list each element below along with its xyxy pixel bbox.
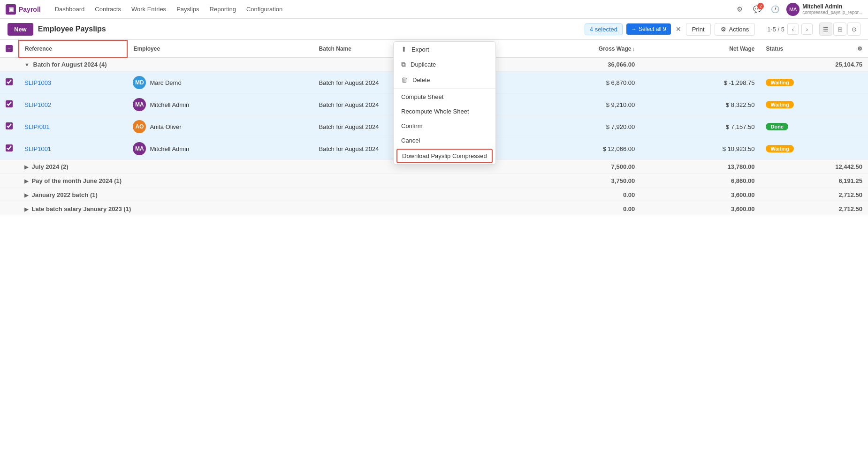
select-all-label: Select all 9 bbox=[639, 26, 666, 32]
expand-icon-july[interactable]: ▶ bbox=[24, 164, 28, 170]
expand-icon-jan2022[interactable]: ▶ bbox=[24, 192, 28, 198]
net-wage-cell-slip1002: $ 8,322.50 bbox=[640, 94, 760, 116]
group-june-2024[interactable]: ▶ Pay of the month June 2024 (1) 3,750.0… bbox=[0, 174, 868, 188]
kanban-view-button[interactable]: ⊞ bbox=[833, 23, 846, 36]
reference-cell-slip1002[interactable]: SLIP1002 bbox=[19, 94, 127, 116]
employee-cell-slip001: AO Anita Oliver bbox=[127, 116, 313, 138]
collapse-icon[interactable]: ▼ bbox=[24, 62, 30, 68]
duplicate-menu-item[interactable]: ⧉ Duplicate bbox=[394, 57, 495, 72]
recompute-whole-sheet-menu-item[interactable]: Recompute Whole Sheet bbox=[394, 104, 495, 119]
reference-link-slip1001[interactable]: SLIP1001 bbox=[24, 145, 51, 152]
nav-dashboard[interactable]: Dashboard bbox=[50, 4, 90, 15]
download-payslip-compressed-menu-item[interactable]: Download Payslip Compressed bbox=[396, 149, 493, 163]
reference-cell-slip1001[interactable]: SLIP1001 bbox=[19, 138, 127, 160]
employee-column-header[interactable]: Employee bbox=[127, 40, 313, 57]
group-label-jan-2023[interactable]: ▶ Late batch salary January 2023 (1) bbox=[19, 202, 510, 216]
selected-count: 4 selected bbox=[590, 26, 617, 33]
employee-avatar-slip1002: MA bbox=[133, 98, 146, 111]
nav-reporting[interactable]: Reporting bbox=[205, 4, 241, 15]
toolbar: New Employee Payslips 4 selected → Selec… bbox=[0, 19, 868, 40]
group-subtotal-basic: 36,066.00 bbox=[510, 57, 640, 72]
print-button[interactable]: Print bbox=[686, 23, 711, 36]
app-name: Payroll bbox=[19, 6, 41, 13]
clock-icon[interactable]: 🕐 bbox=[769, 3, 782, 16]
net-wage-cell-slip1001: $ 10,923.50 bbox=[640, 138, 760, 160]
app-logo[interactable]: ▣ Payroll bbox=[6, 4, 41, 15]
row-checkbox-slip1003[interactable] bbox=[6, 78, 13, 85]
messages-badge: 2 bbox=[757, 3, 764, 9]
reference-link-slip1003[interactable]: SLIP1003 bbox=[24, 79, 51, 86]
delete-menu-item[interactable]: 🗑 Delete bbox=[394, 72, 495, 87]
clear-selection-button[interactable]: ✕ bbox=[675, 25, 682, 33]
notifications-icon[interactable]: ⚙ bbox=[733, 3, 746, 16]
select-all-checkbox-header[interactable] bbox=[0, 40, 19, 57]
nav-contracts[interactable]: Contracts bbox=[90, 4, 126, 15]
view-buttons: ☰ ⊞ ⊙ bbox=[819, 23, 860, 36]
selection-badge: 4 selected bbox=[585, 23, 623, 35]
actions-dropdown: ⬆ Export ⧉ Duplicate 🗑 Delete Compute Sh… bbox=[393, 41, 496, 165]
group-basic-jan2023: 0.00 bbox=[510, 202, 640, 216]
gear-icon: ⚙ bbox=[721, 26, 726, 33]
reference-link-slip001[interactable]: SLIP/001 bbox=[24, 123, 50, 130]
header-checkbox-indeterminate[interactable] bbox=[6, 45, 13, 52]
compute-sheet-label: Compute Sheet bbox=[401, 93, 443, 100]
export-label: Export bbox=[411, 46, 429, 53]
row-checkbox-cell-slip1002[interactable] bbox=[0, 94, 19, 116]
status-settings-icon[interactable]: ⚙ bbox=[857, 45, 862, 52]
row-checkbox-slip001[interactable] bbox=[6, 122, 13, 129]
cancel-menu-item[interactable]: Cancel bbox=[394, 133, 495, 148]
list-view-button[interactable]: ☰ bbox=[819, 23, 832, 36]
reference-link-slip1002[interactable]: SLIP1002 bbox=[24, 101, 51, 108]
group-subtotal-gross bbox=[640, 57, 760, 72]
group-net-jan2023: 2,712.50 bbox=[760, 202, 868, 216]
reference-cell-slip001[interactable]: SLIP/001 bbox=[19, 116, 127, 138]
expand-icon-jan2023[interactable]: ▶ bbox=[24, 206, 28, 212]
user-menu[interactable]: MA Mitchell Admin compressed_payslip_rep… bbox=[786, 3, 862, 16]
expand-icon-june[interactable]: ▶ bbox=[24, 178, 28, 184]
net-wage-column-header[interactable]: Net Wage bbox=[640, 40, 760, 57]
select-all-button[interactable]: → Select all 9 bbox=[626, 23, 671, 35]
group-gross-jan2022: 3,600.00 bbox=[640, 188, 760, 202]
employee-cell-slip1002: MA Mitchell Admin bbox=[127, 94, 313, 116]
row-checkbox-cell-slip1003[interactable] bbox=[0, 72, 19, 94]
nav-configuration[interactable]: Configuration bbox=[242, 4, 287, 15]
compute-sheet-menu-item[interactable]: Compute Sheet bbox=[394, 90, 495, 104]
download-payslip-compressed-label: Download Payslip Compressed bbox=[402, 152, 487, 159]
settings-view-button[interactable]: ⊙ bbox=[847, 23, 860, 36]
confirm-menu-item[interactable]: Confirm bbox=[394, 119, 495, 133]
messages-icon[interactable]: 💬 2 bbox=[751, 3, 764, 16]
new-button[interactable]: New bbox=[8, 23, 33, 36]
group-jan-2023[interactable]: ▶ Late batch salary January 2023 (1) 0.0… bbox=[0, 202, 868, 216]
nav-work-entries[interactable]: Work Entries bbox=[127, 4, 171, 15]
status-cell-slip1002: Waiting bbox=[760, 94, 868, 116]
recompute-whole-sheet-label: Recompute Whole Sheet bbox=[401, 108, 469, 115]
row-checkbox-cell-slip1001[interactable] bbox=[0, 138, 19, 160]
group-gross-jan2023: 3,600.00 bbox=[640, 202, 760, 216]
group-checkbox-cell-jan2022 bbox=[0, 188, 19, 202]
reference-column-header[interactable]: Reference bbox=[19, 40, 127, 57]
arrow-right-icon: → bbox=[631, 26, 637, 32]
export-menu-item[interactable]: ⬆ Export bbox=[394, 42, 495, 57]
pagination: 1-5 / 5 ‹ › ☰ ⊞ ⊙ bbox=[767, 23, 860, 36]
group-label-jan-2022[interactable]: ▶ January 2022 batch (1) bbox=[19, 188, 510, 202]
group-net-july: 12,442.50 bbox=[760, 160, 868, 174]
employee-info-slip1003: MD Marc Demo bbox=[133, 76, 307, 89]
group-label-june-2024[interactable]: ▶ Pay of the month June 2024 (1) bbox=[19, 174, 510, 188]
prev-page-button[interactable]: ‹ bbox=[787, 23, 799, 35]
employee-name-slip1001: Mitchell Admin bbox=[150, 145, 189, 152]
group-net-jan2022: 2,712.50 bbox=[760, 188, 868, 202]
group-jan-2022[interactable]: ▶ January 2022 batch (1) 0.00 3,600.00 2… bbox=[0, 188, 868, 202]
group-checkbox-cell bbox=[0, 57, 19, 72]
row-checkbox-slip1001[interactable] bbox=[6, 144, 13, 151]
reference-cell-slip1003[interactable]: SLIP1003 bbox=[19, 72, 127, 94]
row-checkbox-cell-slip001[interactable] bbox=[0, 116, 19, 138]
actions-button[interactable]: ⚙ Actions bbox=[715, 23, 755, 36]
status-column-header[interactable]: Status ⚙ bbox=[760, 40, 868, 57]
row-checkbox-slip1002[interactable] bbox=[6, 100, 13, 107]
nav-payslips[interactable]: Payslips bbox=[172, 4, 204, 15]
gross-wage-column-header[interactable]: Gross Wage bbox=[510, 40, 640, 57]
delete-icon: 🗑 bbox=[401, 76, 408, 83]
next-page-button[interactable]: › bbox=[801, 23, 813, 35]
group-checkbox-cell-june bbox=[0, 174, 19, 188]
employee-name-slip001: Anita Oliver bbox=[150, 123, 181, 130]
